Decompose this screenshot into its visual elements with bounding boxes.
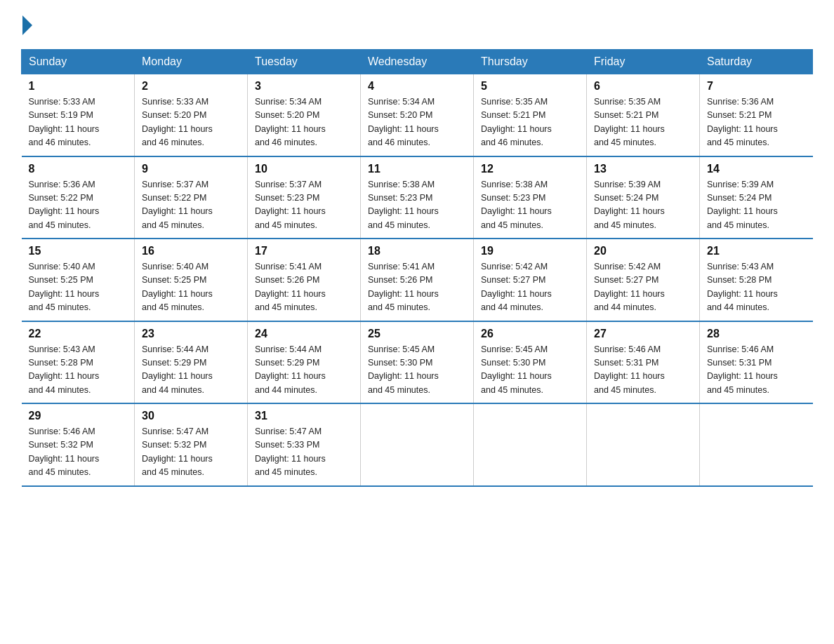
day-number: 20: [594, 245, 692, 257]
calendar-cell: 26 Sunrise: 5:45 AM Sunset: 5:30 PM Dayl…: [474, 321, 587, 404]
day-info: Sunrise: 5:37 AM Sunset: 5:22 PM Dayligh…: [142, 178, 240, 233]
day-info: Sunrise: 5:45 AM Sunset: 5:30 PM Dayligh…: [368, 343, 466, 398]
day-info: Sunrise: 5:40 AM Sunset: 5:25 PM Dayligh…: [142, 260, 240, 315]
day-info: Sunrise: 5:34 AM Sunset: 5:20 PM Dayligh…: [368, 95, 466, 150]
calendar-cell: 14 Sunrise: 5:39 AM Sunset: 5:24 PM Dayl…: [700, 156, 813, 239]
day-info: Sunrise: 5:34 AM Sunset: 5:20 PM Dayligh…: [255, 95, 353, 150]
day-number: 1: [29, 80, 128, 93]
day-number: 29: [29, 410, 128, 422]
calendar-cell: 4 Sunrise: 5:34 AM Sunset: 5:20 PM Dayli…: [361, 74, 474, 156]
calendar-cell: 5 Sunrise: 5:35 AM Sunset: 5:21 PM Dayli…: [474, 74, 587, 156]
day-info: Sunrise: 5:46 AM Sunset: 5:31 PM Dayligh…: [594, 343, 692, 398]
day-info: Sunrise: 5:44 AM Sunset: 5:29 PM Dayligh…: [255, 343, 353, 398]
calendar-cell: 28 Sunrise: 5:46 AM Sunset: 5:31 PM Dayl…: [700, 321, 813, 404]
calendar-cell: 3 Sunrise: 5:34 AM Sunset: 5:20 PM Dayli…: [248, 74, 361, 156]
day-number: 23: [142, 328, 240, 340]
calendar-cell: 1 Sunrise: 5:33 AM Sunset: 5:19 PM Dayli…: [22, 74, 135, 156]
day-info: Sunrise: 5:46 AM Sunset: 5:32 PM Dayligh…: [29, 425, 128, 480]
day-info: Sunrise: 5:41 AM Sunset: 5:26 PM Dayligh…: [255, 260, 353, 315]
calendar-cell: 10 Sunrise: 5:37 AM Sunset: 5:23 PM Dayl…: [248, 156, 361, 239]
header-col-friday: Friday: [587, 50, 700, 74]
calendar-cell: 7 Sunrise: 5:36 AM Sunset: 5:21 PM Dayli…: [700, 74, 813, 156]
calendar-cell: 13 Sunrise: 5:39 AM Sunset: 5:24 PM Dayl…: [587, 156, 700, 239]
day-number: 4: [368, 80, 466, 93]
day-number: 11: [368, 163, 466, 175]
day-info: Sunrise: 5:47 AM Sunset: 5:33 PM Dayligh…: [255, 425, 353, 480]
day-number: 5: [481, 80, 579, 93]
calendar-cell: 25 Sunrise: 5:45 AM Sunset: 5:30 PM Dayl…: [361, 321, 474, 404]
day-info: Sunrise: 5:43 AM Sunset: 5:28 PM Dayligh…: [29, 343, 128, 398]
day-number: 30: [142, 410, 240, 422]
day-number: 19: [481, 245, 579, 257]
calendar-cell: 19 Sunrise: 5:42 AM Sunset: 5:27 PM Dayl…: [474, 239, 587, 321]
page-header: [21, 14, 813, 35]
day-info: Sunrise: 5:44 AM Sunset: 5:29 PM Dayligh…: [142, 343, 240, 398]
day-number: 18: [368, 245, 466, 257]
week-row-2: 8 Sunrise: 5:36 AM Sunset: 5:22 PM Dayli…: [22, 156, 813, 239]
calendar-cell: [700, 403, 813, 486]
calendar-header: SundayMondayTuesdayWednesdayThursdayFrid…: [22, 50, 813, 74]
logo: [21, 14, 32, 35]
header-col-thursday: Thursday: [474, 50, 587, 74]
day-info: Sunrise: 5:45 AM Sunset: 5:30 PM Dayligh…: [481, 343, 579, 398]
calendar-cell: 18 Sunrise: 5:41 AM Sunset: 5:26 PM Dayl…: [361, 239, 474, 321]
calendar-cell: 27 Sunrise: 5:46 AM Sunset: 5:31 PM Dayl…: [587, 321, 700, 404]
calendar-cell: 29 Sunrise: 5:46 AM Sunset: 5:32 PM Dayl…: [22, 403, 135, 486]
header-col-monday: Monday: [135, 50, 248, 74]
day-number: 16: [142, 245, 240, 257]
day-info: Sunrise: 5:42 AM Sunset: 5:27 PM Dayligh…: [481, 260, 579, 315]
calendar-cell: [361, 403, 474, 486]
calendar-cell: 11 Sunrise: 5:38 AM Sunset: 5:23 PM Dayl…: [361, 156, 474, 239]
day-info: Sunrise: 5:38 AM Sunset: 5:23 PM Dayligh…: [368, 178, 466, 233]
day-number: 26: [481, 328, 579, 340]
calendar-cell: 15 Sunrise: 5:40 AM Sunset: 5:25 PM Dayl…: [22, 239, 135, 321]
calendar-table: SundayMondayTuesdayWednesdayThursdayFrid…: [21, 49, 813, 487]
calendar-cell: [587, 403, 700, 486]
calendar-cell: 23 Sunrise: 5:44 AM Sunset: 5:29 PM Dayl…: [135, 321, 248, 404]
week-row-5: 29 Sunrise: 5:46 AM Sunset: 5:32 PM Dayl…: [22, 403, 813, 486]
day-number: 17: [255, 245, 353, 257]
day-info: Sunrise: 5:35 AM Sunset: 5:21 PM Dayligh…: [481, 95, 579, 150]
day-info: Sunrise: 5:37 AM Sunset: 5:23 PM Dayligh…: [255, 178, 353, 233]
header-col-wednesday: Wednesday: [361, 50, 474, 74]
day-info: Sunrise: 5:46 AM Sunset: 5:31 PM Dayligh…: [707, 343, 806, 398]
day-number: 3: [255, 80, 353, 93]
calendar-cell: 9 Sunrise: 5:37 AM Sunset: 5:22 PM Dayli…: [135, 156, 248, 239]
calendar-cell: [474, 403, 587, 486]
day-info: Sunrise: 5:36 AM Sunset: 5:22 PM Dayligh…: [29, 178, 128, 233]
day-number: 13: [594, 163, 692, 175]
day-info: Sunrise: 5:47 AM Sunset: 5:32 PM Dayligh…: [142, 425, 240, 480]
header-col-sunday: Sunday: [22, 50, 135, 74]
day-number: 2: [142, 80, 240, 93]
day-info: Sunrise: 5:40 AM Sunset: 5:25 PM Dayligh…: [29, 260, 128, 315]
day-number: 6: [594, 80, 692, 93]
calendar-cell: 21 Sunrise: 5:43 AM Sunset: 5:28 PM Dayl…: [700, 239, 813, 321]
day-info: Sunrise: 5:35 AM Sunset: 5:21 PM Dayligh…: [594, 95, 692, 150]
calendar-cell: 30 Sunrise: 5:47 AM Sunset: 5:32 PM Dayl…: [135, 403, 248, 486]
logo-top: [21, 14, 32, 35]
calendar-cell: 17 Sunrise: 5:41 AM Sunset: 5:26 PM Dayl…: [248, 239, 361, 321]
day-number: 24: [255, 328, 353, 340]
calendar-cell: 24 Sunrise: 5:44 AM Sunset: 5:29 PM Dayl…: [248, 321, 361, 404]
day-info: Sunrise: 5:36 AM Sunset: 5:21 PM Dayligh…: [707, 95, 806, 150]
day-number: 21: [707, 245, 806, 257]
day-number: 25: [368, 328, 466, 340]
day-number: 14: [707, 163, 806, 175]
day-number: 22: [29, 328, 128, 340]
week-row-4: 22 Sunrise: 5:43 AM Sunset: 5:28 PM Dayl…: [22, 321, 813, 404]
day-info: Sunrise: 5:39 AM Sunset: 5:24 PM Dayligh…: [707, 178, 806, 233]
day-info: Sunrise: 5:43 AM Sunset: 5:28 PM Dayligh…: [707, 260, 806, 315]
day-number: 9: [142, 163, 240, 175]
day-number: 10: [255, 163, 353, 175]
header-col-saturday: Saturday: [700, 50, 813, 74]
day-number: 28: [707, 328, 806, 340]
day-number: 7: [707, 80, 806, 93]
calendar-cell: 2 Sunrise: 5:33 AM Sunset: 5:20 PM Dayli…: [135, 74, 248, 156]
calendar-cell: 22 Sunrise: 5:43 AM Sunset: 5:28 PM Dayl…: [22, 321, 135, 404]
calendar-cell: 6 Sunrise: 5:35 AM Sunset: 5:21 PM Dayli…: [587, 74, 700, 156]
calendar-cell: 16 Sunrise: 5:40 AM Sunset: 5:25 PM Dayl…: [135, 239, 248, 321]
day-info: Sunrise: 5:39 AM Sunset: 5:24 PM Dayligh…: [594, 178, 692, 233]
header-row: SundayMondayTuesdayWednesdayThursdayFrid…: [22, 50, 813, 74]
day-info: Sunrise: 5:38 AM Sunset: 5:23 PM Dayligh…: [481, 178, 579, 233]
week-row-1: 1 Sunrise: 5:33 AM Sunset: 5:19 PM Dayli…: [22, 74, 813, 156]
